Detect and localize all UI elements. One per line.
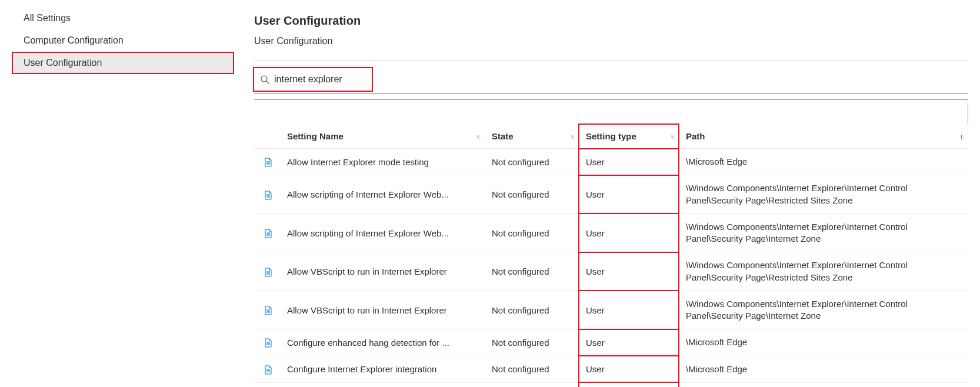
cell-state: Not configured bbox=[485, 149, 579, 175]
cell-setting-name[interactable]: Internet Explorer Processes bbox=[280, 382, 485, 387]
column-header-name[interactable]: Setting Name↑↓ bbox=[280, 124, 485, 149]
column-header-path[interactable]: Path↑↓ bbox=[679, 124, 968, 149]
cell-state: Not configured bbox=[485, 175, 579, 214]
table-row[interactable]: Allow scripting of Internet Explorer Web… bbox=[254, 175, 968, 214]
cell-setting-type: User bbox=[579, 175, 679, 214]
document-icon bbox=[264, 268, 273, 277]
document-icon bbox=[264, 365, 273, 375]
row-icon-cell bbox=[254, 356, 280, 382]
column-header-label: Setting Name bbox=[287, 131, 344, 141]
sidebar-item-computer-configuration[interactable]: Computer Configuration bbox=[12, 29, 234, 52]
column-header-type[interactable]: Setting type↑↓ bbox=[579, 124, 679, 149]
document-icon bbox=[264, 338, 273, 348]
cell-state: Not configured bbox=[485, 291, 579, 329]
cell-setting-type: User bbox=[579, 149, 679, 175]
sort-arrows-icon[interactable]: ↑↓ bbox=[670, 132, 674, 141]
cell-setting-type: User bbox=[579, 291, 679, 329]
column-header-label: Path bbox=[686, 131, 705, 141]
cell-setting-name[interactable]: Allow scripting of Internet Explorer Web… bbox=[280, 175, 485, 214]
document-icon bbox=[264, 229, 273, 238]
column-header-label: Setting type bbox=[586, 131, 636, 141]
search-input[interactable] bbox=[273, 74, 361, 85]
sort-arrows-icon[interactable]: ↑↓ bbox=[476, 132, 480, 141]
cell-path: \Microsoft Edge bbox=[679, 356, 968, 382]
document-icon bbox=[264, 306, 273, 315]
row-icon-cell bbox=[254, 291, 280, 329]
cell-setting-name[interactable]: Allow Internet Explorer mode testing bbox=[280, 149, 485, 175]
cell-state: Not configured bbox=[485, 252, 579, 291]
svg-point-0 bbox=[261, 76, 267, 82]
column-header-icon bbox=[254, 124, 280, 149]
breadcrumb: User Configuration bbox=[254, 36, 968, 46]
cell-setting-type: User bbox=[579, 213, 679, 252]
row-icon-cell bbox=[254, 175, 280, 214]
column-header-state[interactable]: State↑↓ bbox=[485, 124, 579, 149]
cell-setting-type: User bbox=[579, 252, 679, 291]
cell-path: \Windows Components\Internet Explorer\In… bbox=[679, 213, 968, 252]
search-box[interactable] bbox=[255, 69, 367, 89]
search-icon bbox=[260, 75, 269, 84]
row-icon-cell bbox=[254, 382, 280, 387]
cell-setting-name[interactable]: Allow VBScript to run in Internet Explor… bbox=[280, 252, 485, 291]
cell-path: \Windows Components\Internet Explorer\In… bbox=[679, 175, 968, 214]
cell-path: \Windows Components\Internet Explorer\In… bbox=[679, 252, 968, 291]
document-icon bbox=[264, 158, 273, 167]
cell-setting-type: User bbox=[579, 329, 679, 356]
sort-arrows-icon[interactable]: ↑↓ bbox=[959, 132, 964, 141]
sidebar-item-all-settings[interactable]: All Settings bbox=[12, 7, 234, 29]
sidebar-item-user-configuration[interactable]: User Configuration bbox=[12, 52, 234, 74]
settings-table: Setting Name↑↓State↑↓Setting type↑↓Path↑… bbox=[254, 124, 968, 387]
page-title: User Configuration bbox=[254, 14, 968, 28]
cell-setting-type: User bbox=[579, 356, 679, 382]
row-icon-cell bbox=[254, 213, 280, 252]
row-icon-cell bbox=[254, 149, 280, 175]
sidebar: All SettingsComputer ConfigurationUser C… bbox=[0, 0, 234, 387]
document-icon bbox=[264, 191, 273, 200]
cell-path: \Windows Components\Internet Explorer\In… bbox=[679, 291, 968, 329]
cell-setting-type: User bbox=[579, 382, 679, 387]
column-header-label: State bbox=[492, 131, 514, 141]
table-row[interactable]: Configure enhanced hang detection for ..… bbox=[254, 329, 968, 356]
main-panel: User Configuration User Configuration bbox=[234, 0, 980, 387]
divider bbox=[254, 61, 968, 61]
cell-state: Not configured bbox=[485, 356, 579, 382]
cell-state: Not configured bbox=[485, 382, 579, 387]
table-row[interactable]: Allow VBScript to run in Internet Explor… bbox=[254, 291, 968, 329]
cell-setting-name[interactable]: Configure enhanced hang detection for ..… bbox=[280, 329, 485, 356]
table-row[interactable]: Allow scripting of Internet Explorer Web… bbox=[254, 213, 968, 252]
cell-path: \Microsoft Edge bbox=[679, 329, 968, 356]
row-icon-cell bbox=[254, 252, 280, 291]
svg-line-1 bbox=[266, 81, 269, 84]
cell-state: Not configured bbox=[485, 329, 579, 356]
table-row[interactable]: Allow VBScript to run in Internet Explor… bbox=[254, 252, 968, 291]
cell-setting-name[interactable]: Configure Internet Explorer integration bbox=[280, 356, 485, 382]
cell-path: \Microsoft Edge bbox=[679, 149, 968, 175]
table-row[interactable]: Internet Explorer ProcessesNot configure… bbox=[254, 382, 968, 387]
cell-setting-name[interactable]: Allow VBScript to run in Internet Explor… bbox=[280, 291, 485, 329]
cell-setting-name[interactable]: Allow scripting of Internet Explorer Web… bbox=[280, 213, 485, 252]
cell-path: \Windows Components\Internet Explorer\Se… bbox=[679, 382, 968, 387]
sort-arrows-icon[interactable]: ↑↓ bbox=[570, 132, 574, 141]
table-row[interactable]: Configure Internet Explorer integrationN… bbox=[254, 356, 968, 382]
row-icon-cell bbox=[254, 329, 280, 356]
table-row[interactable]: Allow Internet Explorer mode testingNot … bbox=[254, 149, 968, 175]
cell-state: Not configured bbox=[485, 213, 579, 252]
